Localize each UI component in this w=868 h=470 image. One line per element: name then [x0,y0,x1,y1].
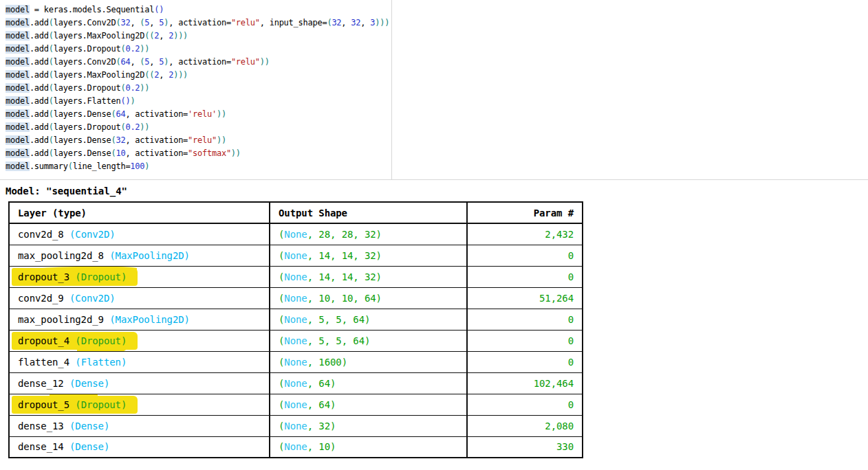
layer-name: dropout_3 [18,271,75,282]
layer-name-cell: dense_12 (Dense) [9,372,270,394]
layer-name: max_pooling2d_8 [18,250,109,261]
layer-name: dropout_4 [18,335,75,346]
shape-none: None [284,357,307,368]
code-line: model.add(layers.Dense(32, activation="r… [6,134,391,147]
code-line: model.add(layers.Dense(10, activation="s… [6,147,391,160]
layer-name-cell: dense_14 (Dense) [9,436,270,458]
param-count: 0 [568,335,574,346]
param-count: 0 [568,250,574,261]
output-shape-cell: (None, 1600) [270,351,467,372]
layer-name: conv2d_8 [18,229,69,240]
notebook-page: { "colors": { "code_number": "#2433cc", … [0,0,868,470]
code-line: model.summary(line_length=100) [6,160,391,173]
shape-dims: , 64) [307,399,336,410]
layer-name-cell: conv2d_9 (Conv2D) [9,287,270,309]
param-count: 2,432 [545,229,574,240]
layer-name-cell: dropout_3 (Dropout) [9,266,270,287]
param-count-cell: 0 [467,351,583,372]
highlight-marker: dropout_5 (Dropout) [12,396,138,414]
shape-dims: , 10, 10, 64) [307,293,382,304]
param-count-cell: 0 [467,266,583,287]
shape-none: None [284,314,307,325]
layer-class: (MaxPooling2D) [109,250,190,261]
output-shape-cell: (None, 5, 5, 64) [270,309,467,330]
code-line: model.add(layers.MaxPooling2D((2, 2))) [6,69,391,82]
layer-class: (Flatten) [75,357,127,368]
code-line: model.add(layers.Conv2D(64, (5, 5), acti… [6,56,391,69]
layer-class: (Dropout) [75,399,127,410]
param-count: 2,080 [545,421,574,432]
shape-none: None [284,378,307,389]
col-header-param-count: Param # [467,202,583,223]
output-area: Model: "sequential_4" Layer (type) Outpu… [0,180,868,458]
layer-class: (Conv2D) [69,229,116,240]
highlight-marker: dropout_3 (Dropout) [12,268,138,286]
layer-name-cell: conv2d_8 (Conv2D) [9,223,270,245]
param-count: 0 [568,314,574,325]
param-count-cell: 0 [467,394,583,415]
layer-class: (Dropout) [75,271,127,282]
shape-none: None [284,399,307,410]
shape-dims: , 1600) [307,357,347,368]
param-count: 0 [568,357,574,368]
shape-none: None [284,293,307,304]
table-row: dense_13 (Dense)(None, 32)2,080 [9,415,583,436]
summary-table: Layer (type) Output Shape Param # conv2d… [8,201,583,458]
param-count: 330 [556,441,574,452]
layer-name-cell: flatten_4 (Flatten) [9,351,270,372]
param-count-cell: 0 [467,245,583,266]
shape-none: None [284,271,307,282]
output-shape-cell: (None, 64) [270,394,467,415]
table-row: dropout_5 (Dropout)(None, 64)0 [9,394,583,415]
layer-name-cell: dropout_5 (Dropout) [9,394,270,415]
shape-none: None [284,250,307,261]
param-count-cell: 2,432 [467,223,583,245]
table-row: max_pooling2d_8 (MaxPooling2D)(None, 14,… [9,245,583,266]
code-line: model = keras.models.Sequential() [6,3,391,16]
output-shape-cell: (None, 14, 14, 32) [270,245,467,266]
param-count: 102,464 [534,378,574,389]
shape-dims: , 32) [307,421,336,432]
shape-none: None [284,229,307,240]
table-row: dropout_4 (Dropout)(None, 5, 5, 64)0 [9,330,583,351]
table-row: dense_14 (Dense)(None, 10)330 [9,436,583,458]
code-editor[interactable]: model = keras.models.Sequential()model.a… [0,0,392,179]
output-shape-cell: (None, 28, 28, 32) [270,223,467,245]
shape-dims: , 28, 28, 32) [307,229,382,240]
shape-none: None [284,421,307,432]
table-row: max_pooling2d_9 (MaxPooling2D)(None, 5, … [9,309,583,330]
output-shape-cell: (None, 10) [270,436,467,458]
layer-class: (Dense) [69,421,109,432]
table-row: dense_12 (Dense)(None, 64)102,464 [9,372,583,394]
code-line: model.add(layers.Dense(64, activation='r… [6,108,391,121]
shape-dims: , 10) [307,441,336,452]
code-cell: model = keras.models.Sequential()model.a… [0,0,868,180]
code-line: model.add(layers.Dropout(0.2)) [6,43,391,56]
output-shape-cell: (None, 32) [270,415,467,436]
shape-dims: , 14, 14, 32) [307,271,382,282]
model-title: Model: "sequential_4" [6,186,868,197]
table-row: dropout_3 (Dropout)(None, 14, 14, 32)0 [9,266,583,287]
layer-class: (Conv2D) [69,293,116,304]
code-line: model.add(layers.Conv2D(32, (5, 5), acti… [6,16,391,30]
shape-dims: , 5, 5, 64) [307,335,371,346]
param-count-cell: 102,464 [467,372,583,394]
table-row: flatten_4 (Flatten)(None, 1600)0 [9,351,583,372]
output-shape-cell: (None, 14, 14, 32) [270,266,467,287]
param-count-cell: 0 [467,309,583,330]
layer-class: (Dense) [69,441,109,452]
layer-class: (MaxPooling2D) [109,314,190,325]
layer-name-cell: dropout_4 (Dropout) [9,330,270,351]
code-line: model.add(layers.MaxPooling2D((2, 2))) [6,30,391,43]
code-line: model.add(layers.Flatten()) [6,95,391,108]
output-shape-cell: (None, 64) [270,372,467,394]
table-header-row: Layer (type) Output Shape Param # [9,202,583,223]
param-count-cell: 2,080 [467,415,583,436]
code-line: model.add(layers.Dropout(0.2)) [6,121,391,134]
layer-name: dense_13 [18,421,69,432]
shape-dims: , 64) [307,378,336,389]
param-count: 51,264 [539,293,574,304]
layer-name: dropout_5 [18,399,75,410]
layer-name-cell: max_pooling2d_9 (MaxPooling2D) [9,309,270,330]
layer-name: max_pooling2d_9 [18,314,109,325]
